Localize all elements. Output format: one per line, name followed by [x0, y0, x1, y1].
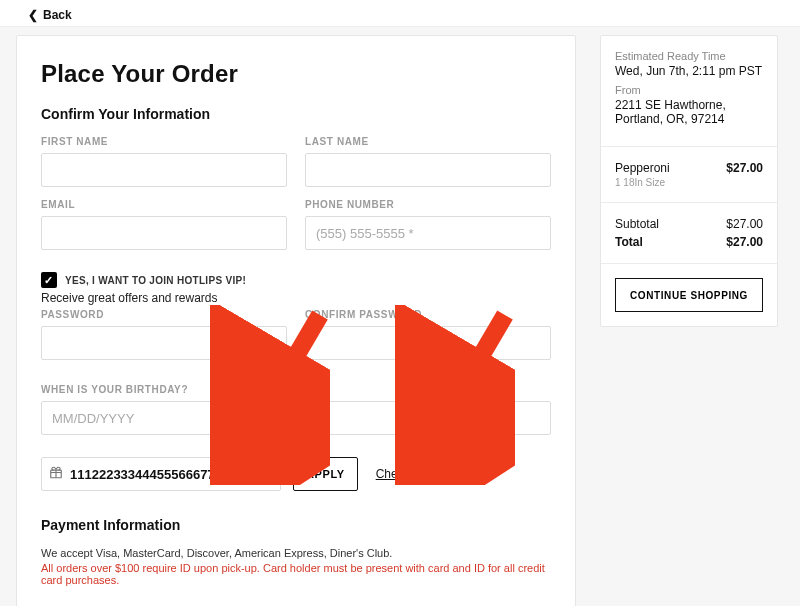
password-input[interactable] — [41, 326, 287, 360]
line-item: Pepperoni $27.00 — [615, 161, 763, 175]
confirm-password-label: CONFIRM PASSWORD — [305, 309, 551, 320]
confirm-password-input[interactable] — [305, 326, 551, 360]
back-label: Back — [43, 8, 72, 22]
email-label: EMAIL — [41, 199, 287, 210]
confirm-heading: Confirm Your Information — [41, 106, 551, 122]
gift-card-input[interactable] — [41, 457, 281, 491]
order-form-card: Place Your Order Confirm Your Informatio… — [16, 35, 576, 606]
birthday-input[interactable] — [41, 401, 551, 435]
item-name: Pepperoni — [615, 161, 670, 175]
last-name-label: LAST NAME — [305, 136, 551, 147]
subtotal-label: Subtotal — [615, 217, 659, 231]
back-link[interactable]: ❮ Back — [0, 0, 800, 27]
payment-accept-text: We accept Visa, MasterCard, Discover, Am… — [41, 547, 551, 559]
chevron-left-icon: ❮ — [28, 8, 38, 22]
total-value: $27.00 — [726, 235, 763, 249]
from-label: From — [615, 84, 763, 96]
subtotal-value: $27.00 — [726, 217, 763, 231]
birthday-label: WHEN IS YOUR BIRTHDAY? — [41, 384, 551, 395]
page-title: Place Your Order — [41, 60, 551, 88]
item-price: $27.00 — [726, 161, 763, 175]
item-detail: 1 18In Size — [615, 177, 763, 188]
email-input[interactable] — [41, 216, 287, 250]
from-value: 2211 SE Hawthorne, Portland, OR, 97214 — [615, 98, 763, 126]
first-name-input[interactable] — [41, 153, 287, 187]
check-balance-link[interactable]: Check Balance — [376, 467, 457, 481]
ready-time-label: Estimated Ready Time — [615, 50, 763, 62]
payment-warning-text: All orders over $100 require ID upon pic… — [41, 562, 551, 586]
continue-shopping-button[interactable]: CONTINUE SHOPPING — [615, 278, 763, 312]
vip-subtext: Receive great offers and rewards — [41, 291, 551, 305]
vip-label: YES, I WANT TO JOIN HOTLIPS VIP! — [65, 275, 246, 286]
apply-button[interactable]: APPLY — [293, 457, 358, 491]
first-name-label: FIRST NAME — [41, 136, 287, 147]
payment-heading: Payment Information — [41, 517, 551, 533]
last-name-input[interactable] — [305, 153, 551, 187]
phone-input[interactable] — [305, 216, 551, 250]
total-label: Total — [615, 235, 643, 249]
phone-label: PHONE NUMBER — [305, 199, 551, 210]
ready-time-value: Wed, Jun 7th, 2:11 pm PST — [615, 64, 763, 78]
order-summary-card: Estimated Ready Time Wed, Jun 7th, 2:11 … — [600, 35, 778, 327]
vip-checkbox[interactable]: ✓ — [41, 272, 57, 288]
gift-card-icon — [49, 466, 63, 483]
password-label: PASSWORD — [41, 309, 287, 320]
